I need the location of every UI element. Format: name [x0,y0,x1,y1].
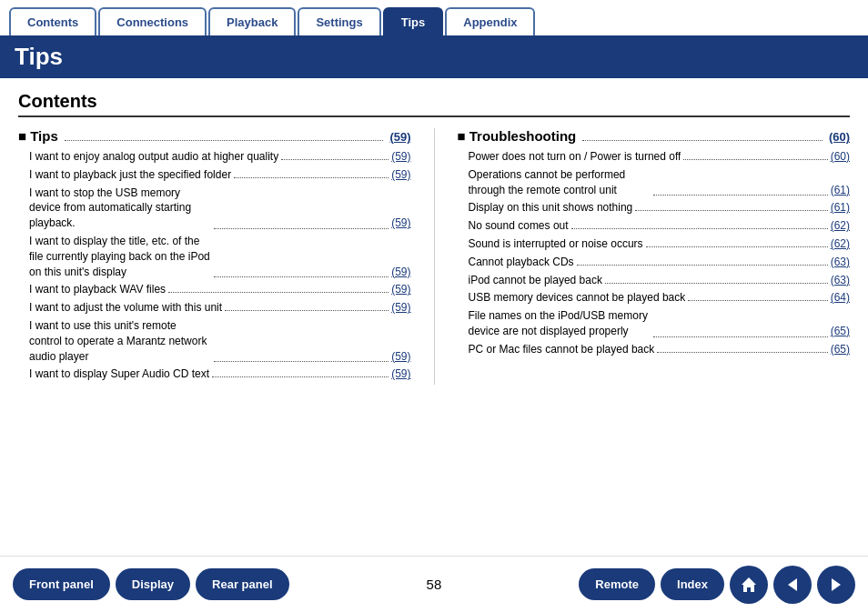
page-title-bar: Tips [0,35,868,78]
tips-column: ■ Tips (59) I want to enjoy analog outpu… [18,128,411,385]
troubleshooting-heading-row: ■ Troubleshooting (60) [458,128,851,144]
toc-text: Operations cannot be performed through t… [469,167,651,198]
toc-page[interactable]: (59) [391,167,410,183]
back-button[interactable] [773,566,812,604]
forward-button[interactable] [817,566,855,604]
toc-page[interactable]: (59) [391,366,410,382]
list-item: I want to display Super Audio CD text (5… [18,366,411,382]
list-item: Display on this unit shows nothing (61) [458,200,851,216]
troubleshooting-heading: ■ Troubleshooting [458,128,577,144]
toc-page[interactable]: (59) [391,265,410,280]
toc-page[interactable]: (59) [391,216,410,231]
column-divider [434,128,435,385]
toc-page[interactable]: (63) [831,273,850,288]
list-item: File names on the iPod/USB memory device… [458,308,851,339]
toc-text: I want to playback just the specified fo… [29,167,231,183]
toc-page[interactable]: (63) [831,255,850,270]
toc-text: Power does not turn on / Power is turned… [469,149,681,165]
main-content: Contents ■ Tips (59) I want to enjoy ana… [0,78,868,557]
toc-text: I want to stop the USB memory device fro… [29,186,211,231]
page-number: 58 [295,577,574,592]
troubleshooting-heading-dots [582,140,823,141]
toc-text: No sound comes out [469,218,569,234]
list-item: USB memory devices cannot be played back… [458,290,851,306]
list-item: No sound comes out (62) [458,218,851,234]
toc-text: iPod cannot be played back [469,273,602,288]
tab-tips[interactable]: Tips [383,7,444,35]
list-item: I want to adjust the volume with this un… [18,300,411,316]
tips-heading: ■ Tips [18,128,58,144]
toc-page[interactable]: (61) [831,200,850,216]
list-item: I want to stop the USB memory device fro… [18,186,411,231]
troubleshooting-heading-page[interactable]: (60) [829,130,850,144]
list-item: I want to playback WAV files (59) [18,282,411,297]
home-button[interactable] [730,566,768,604]
troubleshooting-column: ■ Troubleshooting (60) Power does not tu… [458,128,851,385]
list-item: I want to enjoy analog output audio at h… [18,149,411,165]
tab-contents[interactable]: Contents [9,7,96,35]
svg-marker-2 [832,578,841,591]
front-panel-button[interactable]: Front panel [13,568,110,600]
tips-heading-page[interactable]: (59) [389,130,410,144]
tips-heading-dots [65,140,384,141]
rear-panel-button[interactable]: Rear panel [196,568,288,600]
tab-appendix[interactable]: Appendix [445,7,535,35]
toc-text: I want to enjoy analog output audio at h… [29,149,278,165]
toc-page[interactable]: (59) [391,282,410,297]
remote-button[interactable]: Remote [579,568,655,600]
page-title: Tips [15,43,63,70]
list-item: I want to use this unit's remote control… [18,318,411,364]
toc-text: USB memory devices cannot be played back [469,290,686,306]
tab-settings[interactable]: Settings [298,7,380,35]
toc-page[interactable]: (61) [831,183,850,198]
toc-page[interactable]: (59) [391,300,410,316]
list-item: Sound is interrupted or noise occurs (62… [458,236,851,252]
list-item: I want to playback just the specified fo… [18,167,411,183]
tab-navigation: Contents Connections Playback Settings T… [0,0,868,35]
list-item: Cannot playback CDs (63) [458,255,851,270]
toc-page[interactable]: (62) [831,218,850,234]
back-icon [784,577,801,593]
list-item: PC or Mac files cannot be played back (6… [458,342,851,357]
tab-connections[interactable]: Connections [98,7,207,35]
tips-heading-row: ■ Tips (59) [18,128,411,144]
list-item: Operations cannot be performed through t… [458,167,851,198]
toc-page[interactable]: (59) [391,149,410,165]
toc-text: Display on this unit shows nothing [469,200,633,216]
list-item: I want to display the title, etc. of the… [18,234,411,279]
toc-page[interactable]: (65) [831,324,850,339]
svg-marker-1 [788,578,797,591]
toc-text: I want to playback WAV files [29,282,166,297]
list-item: iPod cannot be played back (63) [458,273,851,288]
content-columns: ■ Tips (59) I want to enjoy analog outpu… [18,128,850,385]
toc-text: PC or Mac files cannot be played back [469,342,655,357]
toc-text: I want to display the title, etc. of the… [29,234,211,279]
toc-text: I want to use this unit's remote control… [29,318,211,364]
display-button[interactable]: Display [116,568,190,600]
home-icon [740,576,758,594]
toc-page[interactable]: (60) [831,149,850,165]
toc-text: Cannot playback CDs [469,255,574,270]
toc-page[interactable]: (64) [831,290,850,306]
toc-page[interactable]: (59) [391,349,410,365]
toc-text: File names on the iPod/USB memory device… [469,308,651,339]
toc-text: I want to display Super Audio CD text [29,366,209,382]
bottom-navigation: Front panel Display Rear panel 58 Remote… [0,556,868,612]
toc-text: I want to adjust the volume with this un… [29,300,222,316]
toc-text: Sound is interrupted or noise occurs [469,236,643,252]
svg-marker-0 [742,577,756,592]
toc-page[interactable]: (65) [831,342,850,357]
tab-playback[interactable]: Playback [208,7,296,35]
section-heading: Contents [18,91,850,117]
index-button[interactable]: Index [661,568,724,600]
toc-page[interactable]: (62) [831,236,850,252]
forward-icon [828,577,844,593]
list-item: Power does not turn on / Power is turned… [458,149,851,165]
